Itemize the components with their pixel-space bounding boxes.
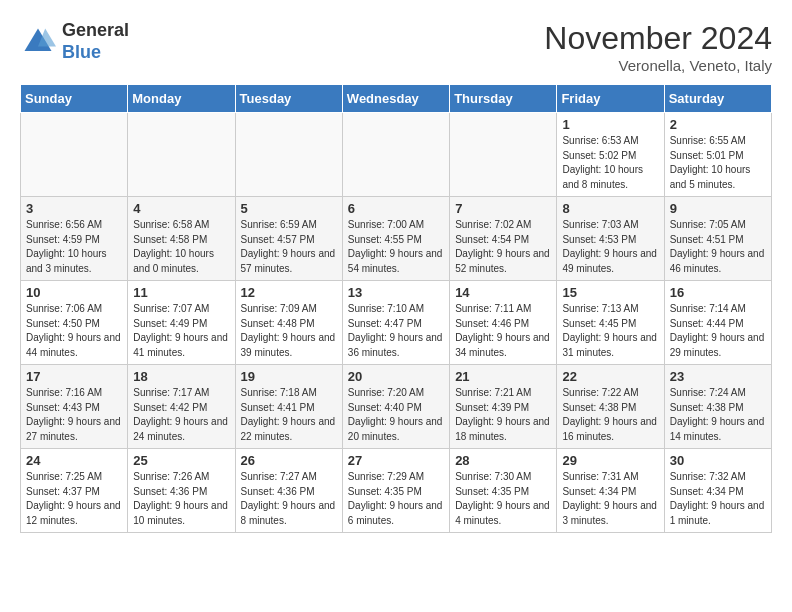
weekday-header-thursday: Thursday — [450, 85, 557, 113]
calendar-week-4: 17Sunrise: 7:16 AM Sunset: 4:43 PM Dayli… — [21, 365, 772, 449]
calendar-cell: 9Sunrise: 7:05 AM Sunset: 4:51 PM Daylig… — [664, 197, 771, 281]
day-info: Sunrise: 7:31 AM Sunset: 4:34 PM Dayligh… — [562, 470, 658, 528]
calendar-cell: 30Sunrise: 7:32 AM Sunset: 4:34 PM Dayli… — [664, 449, 771, 533]
calendar-cell: 25Sunrise: 7:26 AM Sunset: 4:36 PM Dayli… — [128, 449, 235, 533]
calendar-cell: 23Sunrise: 7:24 AM Sunset: 4:38 PM Dayli… — [664, 365, 771, 449]
calendar-cell: 3Sunrise: 6:56 AM Sunset: 4:59 PM Daylig… — [21, 197, 128, 281]
day-info: Sunrise: 7:27 AM Sunset: 4:36 PM Dayligh… — [241, 470, 337, 528]
day-info: Sunrise: 7:14 AM Sunset: 4:44 PM Dayligh… — [670, 302, 766, 360]
day-info: Sunrise: 7:09 AM Sunset: 4:48 PM Dayligh… — [241, 302, 337, 360]
day-info: Sunrise: 7:32 AM Sunset: 4:34 PM Dayligh… — [670, 470, 766, 528]
calendar-cell: 10Sunrise: 7:06 AM Sunset: 4:50 PM Dayli… — [21, 281, 128, 365]
logo-text: General Blue — [62, 20, 129, 63]
day-info: Sunrise: 6:53 AM Sunset: 5:02 PM Dayligh… — [562, 134, 658, 192]
month-title: November 2024 — [544, 20, 772, 57]
day-info: Sunrise: 7:17 AM Sunset: 4:42 PM Dayligh… — [133, 386, 229, 444]
day-info: Sunrise: 7:06 AM Sunset: 4:50 PM Dayligh… — [26, 302, 122, 360]
day-info: Sunrise: 7:22 AM Sunset: 4:38 PM Dayligh… — [562, 386, 658, 444]
calendar-week-1: 1Sunrise: 6:53 AM Sunset: 5:02 PM Daylig… — [21, 113, 772, 197]
day-info: Sunrise: 6:56 AM Sunset: 4:59 PM Dayligh… — [26, 218, 122, 276]
day-info: Sunrise: 7:30 AM Sunset: 4:35 PM Dayligh… — [455, 470, 551, 528]
day-number: 20 — [348, 369, 444, 384]
calendar-cell: 15Sunrise: 7:13 AM Sunset: 4:45 PM Dayli… — [557, 281, 664, 365]
location-subtitle: Veronella, Veneto, Italy — [544, 57, 772, 74]
calendar-cell: 28Sunrise: 7:30 AM Sunset: 4:35 PM Dayli… — [450, 449, 557, 533]
day-number: 9 — [670, 201, 766, 216]
calendar-cell: 14Sunrise: 7:11 AM Sunset: 4:46 PM Dayli… — [450, 281, 557, 365]
day-number: 25 — [133, 453, 229, 468]
calendar-cell: 12Sunrise: 7:09 AM Sunset: 4:48 PM Dayli… — [235, 281, 342, 365]
day-number: 17 — [26, 369, 122, 384]
day-number: 26 — [241, 453, 337, 468]
day-number: 13 — [348, 285, 444, 300]
day-number: 8 — [562, 201, 658, 216]
weekday-header-row: SundayMondayTuesdayWednesdayThursdayFrid… — [21, 85, 772, 113]
weekday-header-sunday: Sunday — [21, 85, 128, 113]
weekday-header-tuesday: Tuesday — [235, 85, 342, 113]
day-number: 18 — [133, 369, 229, 384]
weekday-header-monday: Monday — [128, 85, 235, 113]
day-number: 30 — [670, 453, 766, 468]
day-number: 11 — [133, 285, 229, 300]
calendar-cell: 20Sunrise: 7:20 AM Sunset: 4:40 PM Dayli… — [342, 365, 449, 449]
calendar-cell: 5Sunrise: 6:59 AM Sunset: 4:57 PM Daylig… — [235, 197, 342, 281]
day-info: Sunrise: 7:16 AM Sunset: 4:43 PM Dayligh… — [26, 386, 122, 444]
logo-blue: Blue — [62, 42, 129, 64]
day-number: 5 — [241, 201, 337, 216]
day-number: 12 — [241, 285, 337, 300]
calendar-week-3: 10Sunrise: 7:06 AM Sunset: 4:50 PM Dayli… — [21, 281, 772, 365]
calendar-cell — [342, 113, 449, 197]
day-info: Sunrise: 7:29 AM Sunset: 4:35 PM Dayligh… — [348, 470, 444, 528]
calendar-cell: 7Sunrise: 7:02 AM Sunset: 4:54 PM Daylig… — [450, 197, 557, 281]
day-number: 6 — [348, 201, 444, 216]
day-number: 22 — [562, 369, 658, 384]
calendar-cell: 11Sunrise: 7:07 AM Sunset: 4:49 PM Dayli… — [128, 281, 235, 365]
calendar-cell: 16Sunrise: 7:14 AM Sunset: 4:44 PM Dayli… — [664, 281, 771, 365]
calendar-cell: 18Sunrise: 7:17 AM Sunset: 4:42 PM Dayli… — [128, 365, 235, 449]
day-number: 27 — [348, 453, 444, 468]
calendar-cell: 1Sunrise: 6:53 AM Sunset: 5:02 PM Daylig… — [557, 113, 664, 197]
calendar-cell: 29Sunrise: 7:31 AM Sunset: 4:34 PM Dayli… — [557, 449, 664, 533]
day-info: Sunrise: 7:25 AM Sunset: 4:37 PM Dayligh… — [26, 470, 122, 528]
day-number: 14 — [455, 285, 551, 300]
day-info: Sunrise: 7:02 AM Sunset: 4:54 PM Dayligh… — [455, 218, 551, 276]
day-info: Sunrise: 7:10 AM Sunset: 4:47 PM Dayligh… — [348, 302, 444, 360]
day-info: Sunrise: 7:26 AM Sunset: 4:36 PM Dayligh… — [133, 470, 229, 528]
day-info: Sunrise: 7:00 AM Sunset: 4:55 PM Dayligh… — [348, 218, 444, 276]
calendar-cell: 6Sunrise: 7:00 AM Sunset: 4:55 PM Daylig… — [342, 197, 449, 281]
day-number: 23 — [670, 369, 766, 384]
day-number: 29 — [562, 453, 658, 468]
calendar-cell: 2Sunrise: 6:55 AM Sunset: 5:01 PM Daylig… — [664, 113, 771, 197]
calendar-cell: 17Sunrise: 7:16 AM Sunset: 4:43 PM Dayli… — [21, 365, 128, 449]
day-number: 1 — [562, 117, 658, 132]
calendar-cell: 8Sunrise: 7:03 AM Sunset: 4:53 PM Daylig… — [557, 197, 664, 281]
calendar-cell — [128, 113, 235, 197]
day-info: Sunrise: 6:58 AM Sunset: 4:58 PM Dayligh… — [133, 218, 229, 276]
day-number: 24 — [26, 453, 122, 468]
calendar-cell: 27Sunrise: 7:29 AM Sunset: 4:35 PM Dayli… — [342, 449, 449, 533]
day-info: Sunrise: 6:55 AM Sunset: 5:01 PM Dayligh… — [670, 134, 766, 192]
logo-icon — [20, 24, 56, 60]
calendar-cell — [235, 113, 342, 197]
calendar-cell: 26Sunrise: 7:27 AM Sunset: 4:36 PM Dayli… — [235, 449, 342, 533]
day-number: 16 — [670, 285, 766, 300]
day-number: 15 — [562, 285, 658, 300]
day-number: 10 — [26, 285, 122, 300]
day-info: Sunrise: 7:11 AM Sunset: 4:46 PM Dayligh… — [455, 302, 551, 360]
day-number: 19 — [241, 369, 337, 384]
logo-general: General — [62, 20, 129, 42]
logo: General Blue — [20, 20, 129, 63]
calendar-cell: 22Sunrise: 7:22 AM Sunset: 4:38 PM Dayli… — [557, 365, 664, 449]
day-number: 3 — [26, 201, 122, 216]
day-info: Sunrise: 7:21 AM Sunset: 4:39 PM Dayligh… — [455, 386, 551, 444]
calendar-cell: 4Sunrise: 6:58 AM Sunset: 4:58 PM Daylig… — [128, 197, 235, 281]
calendar-week-2: 3Sunrise: 6:56 AM Sunset: 4:59 PM Daylig… — [21, 197, 772, 281]
page-header: General Blue November 2024 Veronella, Ve… — [20, 20, 772, 74]
calendar-cell — [21, 113, 128, 197]
day-number: 21 — [455, 369, 551, 384]
day-number: 7 — [455, 201, 551, 216]
calendar-cell: 24Sunrise: 7:25 AM Sunset: 4:37 PM Dayli… — [21, 449, 128, 533]
day-number: 2 — [670, 117, 766, 132]
weekday-header-friday: Friday — [557, 85, 664, 113]
calendar-week-5: 24Sunrise: 7:25 AM Sunset: 4:37 PM Dayli… — [21, 449, 772, 533]
